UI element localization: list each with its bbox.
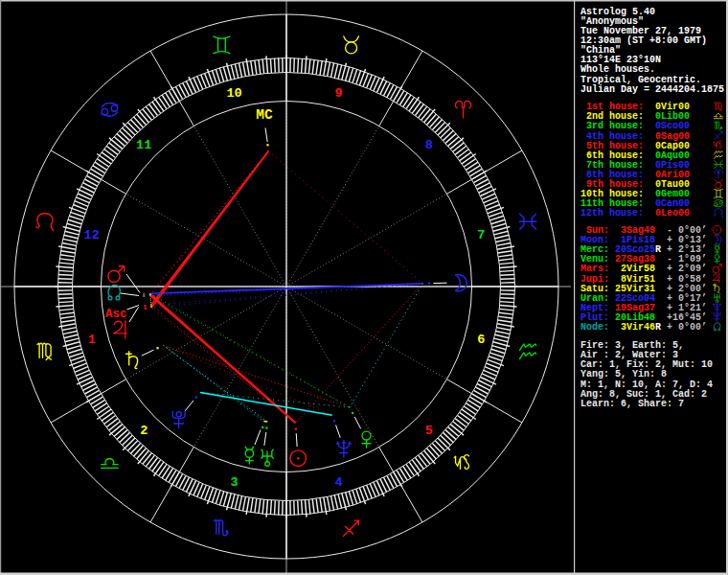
svg-text:0Leo00: 0Leo00 xyxy=(655,208,690,218)
svg-text:+ 0°00’: + 0°00’ xyxy=(667,322,707,333)
svg-text:11: 11 xyxy=(136,138,151,152)
svg-text:12: 12 xyxy=(84,228,100,242)
svg-text:5: 5 xyxy=(425,424,433,438)
svg-text:10: 10 xyxy=(226,86,241,101)
svg-text:Julian Day = 2444204.1875: Julian Day = 2444204.1875 xyxy=(580,84,724,95)
svg-text:1: 1 xyxy=(88,333,96,347)
svg-text:8: 8 xyxy=(425,138,433,152)
svg-text:MC: MC xyxy=(256,107,273,123)
svg-text:R: R xyxy=(655,244,661,255)
svg-text:R: R xyxy=(655,322,661,333)
svg-text:Asc: Asc xyxy=(105,308,127,321)
svg-text:3Vir46: 3Vir46 xyxy=(615,322,655,333)
svg-text:12th house:: 12th house: xyxy=(580,208,644,218)
svg-text:Learn: 6, Share: 7: Learn: 6, Share: 7 xyxy=(580,399,684,409)
svg-text:9: 9 xyxy=(334,86,342,101)
svg-text:7: 7 xyxy=(477,228,485,242)
svg-text:Node:: Node: xyxy=(580,322,609,333)
svg-text:4: 4 xyxy=(334,475,342,490)
svg-text:2: 2 xyxy=(140,424,148,438)
svg-text:3: 3 xyxy=(230,475,238,490)
svg-text:6: 6 xyxy=(477,333,485,347)
